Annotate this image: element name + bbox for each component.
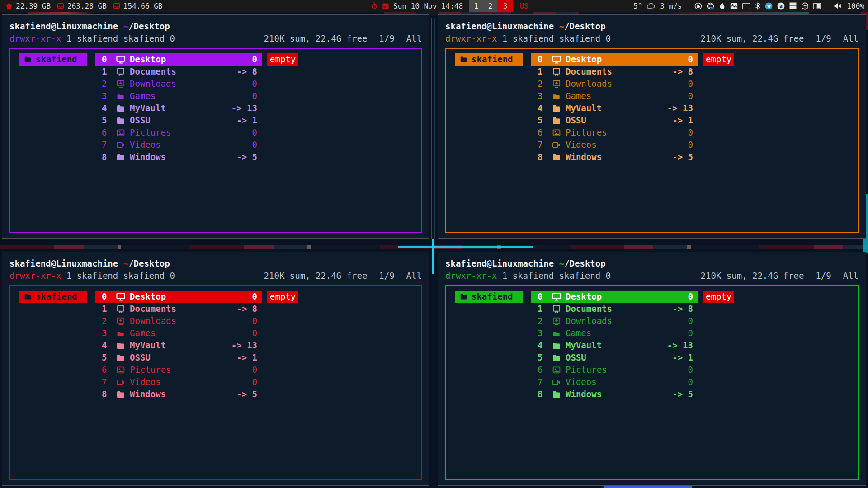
folder-icon xyxy=(460,293,467,300)
file-row-videos[interactable]: 7Videos0 xyxy=(95,376,262,388)
games-icon xyxy=(552,329,566,338)
windows-logo-icon[interactable] xyxy=(789,2,797,9)
privacy-browser-icon[interactable] xyxy=(694,2,702,10)
appimage-icon[interactable]: a xyxy=(777,2,785,10)
desktop-icon xyxy=(552,292,566,301)
file-row-games[interactable]: 3Games0 xyxy=(95,90,262,102)
row-index: 4 xyxy=(102,339,116,352)
file-row-downloads[interactable]: 2Downloads0 xyxy=(95,78,262,90)
file-row-desktop[interactable]: 0Desktop0 xyxy=(95,53,262,66)
file-row-documents[interactable]: 1Documents-> 8 xyxy=(531,303,698,315)
calendar-icon xyxy=(382,2,389,9)
file-row-myvault[interactable]: 4MyVault-> 13 xyxy=(531,339,698,352)
file-count: -> 8 xyxy=(672,66,693,78)
row-index: 5 xyxy=(102,114,116,127)
file-row-downloads[interactable]: 2Downloads0 xyxy=(531,78,698,90)
path-home-symbol: ~ xyxy=(559,258,564,268)
file-count: 0 xyxy=(252,291,257,303)
documents-icon xyxy=(552,67,566,76)
file-count: 0 xyxy=(688,315,693,327)
terminal-window-purple[interactable]: skafiend@Linuxmachine ~/Desktopdrwxr-xr-… xyxy=(2,14,429,239)
file-count: -> 5 xyxy=(672,151,693,163)
file-count: -> 1 xyxy=(672,352,693,364)
file-row-desktop[interactable]: 0Desktop0 xyxy=(95,291,262,303)
file-row-games[interactable]: 3Games0 xyxy=(95,327,262,339)
workspace-1[interactable]: 1 xyxy=(469,0,483,12)
workspace-3-active[interactable]: 3 xyxy=(497,0,513,12)
file-list-panel: skafiend0Desktop01Documents-> 82Download… xyxy=(445,285,859,480)
file-row-pictures[interactable]: 6Pictures0 xyxy=(531,364,698,376)
file-row-ossu[interactable]: 5OSSU-> 1 xyxy=(531,352,698,364)
file-row-myvault[interactable]: 4MyVault-> 13 xyxy=(95,339,262,352)
keyboard-layout[interactable]: US xyxy=(519,2,528,10)
file-count: 0 xyxy=(688,291,693,303)
file-count: 0 xyxy=(688,78,693,90)
file-row-videos[interactable]: 7Videos0 xyxy=(531,376,698,388)
file-row-pictures[interactable]: 6Pictures0 xyxy=(95,364,262,376)
terminal-window-red[interactable]: skafiend@Linuxmachine ~/Desktopdrwxr-xr-… xyxy=(2,252,429,486)
folder-icon xyxy=(116,353,130,362)
water-drop-icon[interactable] xyxy=(719,2,726,10)
file-row-pictures[interactable]: 6Pictures0 xyxy=(95,127,262,139)
datetime: Sun 10 Nov 14:48 xyxy=(393,2,463,10)
file-name: Downloads xyxy=(130,78,252,90)
file-row-downloads[interactable]: 2Downloads0 xyxy=(531,315,698,327)
terminal-title: skafiend@Linuxmachine ~/Desktop xyxy=(445,20,859,33)
file-row-windows[interactable]: 8Windows-> 5 xyxy=(95,151,262,163)
terminal-title: skafiend@Linuxmachine ~/Desktop xyxy=(445,258,859,270)
parent-dir-cell[interactable]: skafiend xyxy=(19,53,87,66)
desktop-icon xyxy=(116,292,130,301)
file-row-ossu[interactable]: 5OSSU-> 1 xyxy=(95,114,262,127)
file-name: Downloads xyxy=(566,78,688,90)
file-row-documents[interactable]: 1Documents-> 8 xyxy=(531,66,698,78)
file-row-ossu[interactable]: 5OSSU-> 1 xyxy=(95,352,262,364)
file-row-games[interactable]: 3Games0 xyxy=(531,327,698,339)
parent-dir-cell[interactable]: skafiend xyxy=(19,291,87,303)
file-row-desktop[interactable]: 0Desktop0 xyxy=(531,291,698,303)
file-row-videos[interactable]: 7Videos0 xyxy=(531,139,698,151)
network-globe-icon[interactable] xyxy=(707,2,714,10)
workspaces: 123 xyxy=(469,0,513,12)
screen-share-icon[interactable] xyxy=(742,3,750,9)
file-row-videos[interactable]: 7Videos0 xyxy=(95,139,262,151)
disk-home-value: 22.39 GB xyxy=(16,2,51,10)
parent-dir-cell[interactable]: skafiend xyxy=(455,291,523,303)
file-rows: 0Desktop01Documents-> 82Downloads03Games… xyxy=(95,53,262,163)
preview-status-badge: empty xyxy=(267,53,298,66)
file-name: OSSU xyxy=(130,352,236,364)
bluetooth-icon[interactable] xyxy=(755,2,760,10)
dir-summary: 210K sum, 22.4G free xyxy=(701,271,804,281)
window-layout-icon[interactable] xyxy=(813,3,821,9)
cursor-position: 1/9 xyxy=(816,33,831,43)
file-row-documents[interactable]: 1Documents-> 8 xyxy=(95,303,262,315)
file-row-downloads[interactable]: 2Downloads0 xyxy=(95,315,262,327)
cube-icon[interactable] xyxy=(801,2,809,10)
workspace-2[interactable]: 2 xyxy=(483,0,497,12)
file-list-panel: skafiend0Desktop01Documents-> 82Download… xyxy=(445,48,859,233)
speaker-icon[interactable] xyxy=(834,2,842,9)
file-row-ossu[interactable]: 5OSSU-> 1 xyxy=(531,114,698,127)
gallery-icon[interactable] xyxy=(730,3,738,9)
terminal-window-green[interactable]: skafiend@Linuxmachine ~/Desktopdrwxr-xr-… xyxy=(438,252,866,486)
parent-dir-cell[interactable]: skafiend xyxy=(455,53,523,66)
row-index: 3 xyxy=(102,327,116,339)
file-row-pictures[interactable]: 6Pictures0 xyxy=(531,127,698,139)
file-name: OSSU xyxy=(130,114,236,127)
file-row-windows[interactable]: 8Windows-> 5 xyxy=(95,388,262,400)
file-row-desktop[interactable]: 0Desktop0 xyxy=(531,53,698,66)
file-name: Documents xyxy=(566,303,672,315)
file-name: OSSU xyxy=(566,114,672,127)
file-row-windows[interactable]: 8Windows-> 5 xyxy=(531,151,698,163)
file-count: -> 13 xyxy=(231,102,257,114)
file-row-myvault[interactable]: 4MyVault-> 13 xyxy=(95,102,262,114)
file-row-documents[interactable]: 1Documents-> 8 xyxy=(95,66,262,78)
row-index: 7 xyxy=(102,139,116,151)
terminal-window-orange[interactable]: skafiend@Linuxmachine ~/Desktopdrwxr-xr-… xyxy=(438,14,866,239)
filter-mode: All xyxy=(843,33,859,43)
telegram-icon[interactable] xyxy=(765,2,773,10)
file-row-games[interactable]: 3Games0 xyxy=(531,90,698,102)
row-index: 2 xyxy=(102,78,116,90)
file-row-myvault[interactable]: 4MyVault-> 13 xyxy=(531,102,698,114)
file-row-windows[interactable]: 8Windows-> 5 xyxy=(531,388,698,400)
dir-status: 210K sum, 22.4G free1/9All xyxy=(701,33,859,45)
